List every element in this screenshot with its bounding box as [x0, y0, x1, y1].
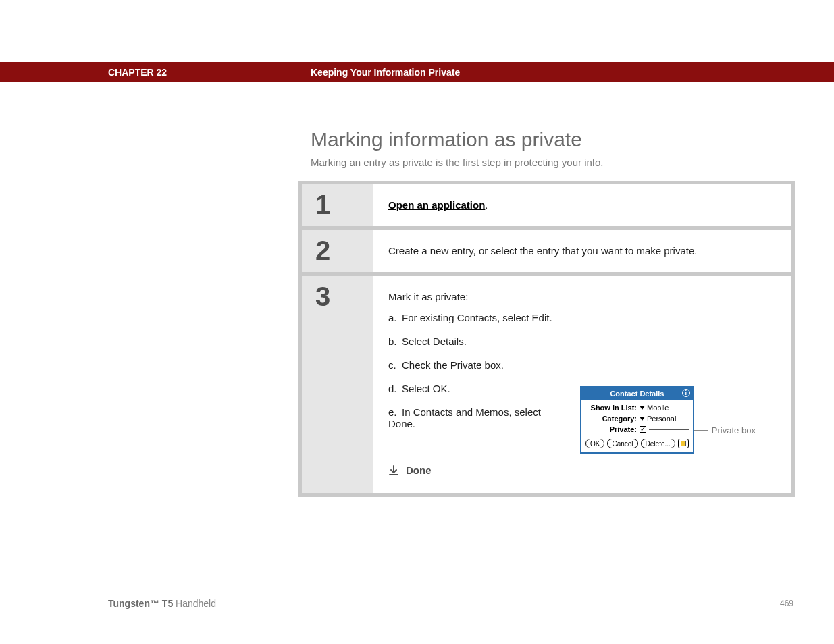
step-number-cell: 3 [302, 276, 373, 493]
category-row: Category: Personal [585, 413, 689, 424]
list-item: b.Select Details. [388, 336, 567, 347]
list-item: e.In Contacts and Memos, select Done. [388, 406, 567, 429]
open-application-link[interactable]: Open an application [388, 199, 485, 211]
list-item: d.Select OK. [388, 383, 567, 394]
brand-strong: Tungsten™ T5 [108, 598, 173, 609]
done-indicator: Done [388, 464, 778, 476]
cancel-button: Cancel [607, 439, 637, 448]
list-marker: a. [388, 312, 402, 323]
step-content: Mark it as private: a.For existing Conta… [373, 276, 791, 493]
contact-details-figure: Contact Details i Show in List: Mobile C… [580, 386, 735, 454]
step-number-cell: 1 [302, 184, 373, 226]
step-2: 2 Create a new entry, or select the entr… [302, 230, 791, 272]
list-item: c.Check the Private box. [388, 359, 567, 371]
step-2-text: Create a new entry, or select the entry … [388, 245, 697, 257]
list-text: For existing Contacts, select Edit. [402, 312, 552, 323]
list-text: Check the Private box. [402, 359, 504, 371]
step-number-cell: 2 [302, 230, 373, 272]
step-number: 2 [315, 237, 330, 264]
note-button [678, 439, 689, 448]
private-row: Private: ✓ [585, 424, 689, 435]
step-1: 1 Open an application. [302, 184, 791, 226]
page-number: 469 [780, 599, 793, 608]
show-in-list-row: Show in List: Mobile [585, 402, 689, 413]
delete-button: Delete... [641, 439, 675, 448]
dialog-body: Show in List: Mobile Category: Personal … [581, 400, 693, 452]
list-marker: e. [388, 406, 402, 418]
step-3-intro: Mark it as private: [388, 291, 778, 302]
ok-button: OK [585, 439, 604, 448]
done-label: Done [406, 464, 432, 476]
step-content: Open an application. [373, 184, 791, 226]
chapter-label: CHAPTER 22 [108, 67, 167, 78]
steps-container: 1 Open an application. 2 Create a new en… [298, 181, 795, 497]
list-marker: b. [388, 336, 402, 347]
dialog-title: Contact Details [610, 390, 664, 398]
note-icon [681, 441, 686, 446]
step-1-suffix: . [485, 199, 488, 211]
callout-text: Private box [712, 425, 756, 435]
brand-rest: Handheld [173, 598, 216, 609]
step-number: 3 [315, 283, 330, 310]
callout-line [693, 430, 708, 431]
chapter-bar: CHAPTER 22 Keeping Your Information Priv… [0, 62, 834, 82]
footer-divider [108, 593, 793, 593]
callout-connector [649, 429, 689, 430]
step-number: 1 [315, 191, 330, 218]
step-content: Create a new entry, or select the entry … [373, 230, 791, 272]
chevron-down-icon [640, 417, 645, 421]
category-label: Category: [585, 414, 637, 423]
chapter-title: Keeping Your Information Private [311, 62, 460, 82]
contact-details-dialog: Contact Details i Show in List: Mobile C… [580, 386, 694, 454]
page-heading: Marking information as private [311, 128, 582, 151]
show-in-list-value: Mobile [647, 404, 669, 412]
dialog-buttons: OK Cancel Delete... [585, 439, 689, 448]
info-icon: i [682, 389, 690, 397]
download-icon [388, 465, 399, 476]
list-marker: d. [388, 383, 402, 394]
category-value: Personal [647, 414, 676, 423]
dialog-titlebar: Contact Details i [581, 387, 693, 400]
private-checkbox: ✓ [640, 426, 646, 433]
step-3: 3 Mark it as private: a.For existing Con… [302, 276, 791, 493]
brand-label: Tungsten™ T5 Handheld [108, 598, 216, 609]
step-3-list: a.For existing Contacts, select Edit. b.… [388, 312, 567, 454]
chevron-down-icon [640, 406, 645, 410]
list-item: a.For existing Contacts, select Edit. [388, 312, 567, 323]
private-label: Private: [585, 425, 637, 433]
figure-callout: Private box [693, 425, 756, 435]
list-text: Select OK. [402, 383, 450, 394]
page-subheading: Marking an entry as private is the first… [311, 157, 604, 168]
list-text: Select Details. [402, 336, 467, 347]
page-footer: Tungsten™ T5 Handheld 469 [108, 598, 793, 609]
list-marker: c. [388, 359, 402, 371]
list-text: In Contacts and Memos, select Done. [388, 406, 541, 429]
show-in-list-label: Show in List: [585, 404, 637, 412]
